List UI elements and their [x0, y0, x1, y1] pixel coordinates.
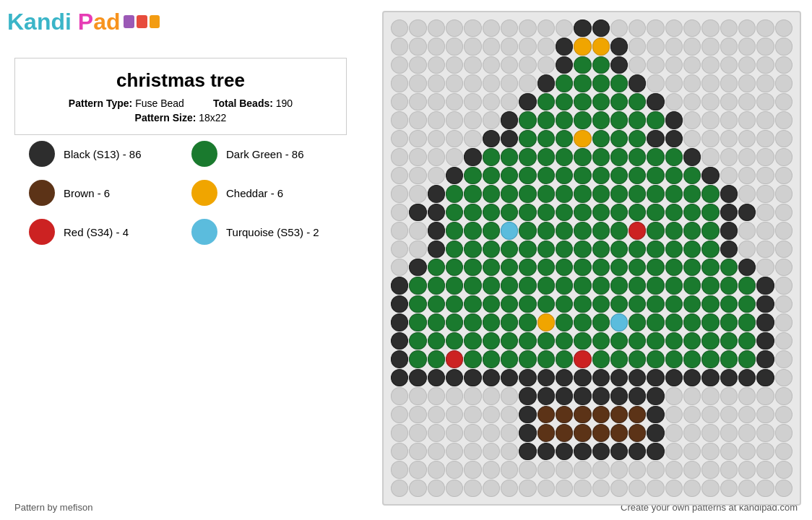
bead: [701, 222, 719, 239]
bead: [409, 93, 426, 110]
bead: [391, 148, 408, 165]
bead: [701, 480, 719, 497]
bead: [647, 240, 664, 258]
bead: [720, 443, 738, 460]
bead: [446, 93, 463, 110]
bead: [446, 167, 463, 184]
bead: [537, 148, 555, 165]
bead: [629, 295, 646, 313]
bead: [537, 222, 555, 239]
bead: [629, 56, 646, 74]
bead: [629, 424, 646, 441]
bead: [464, 350, 481, 368]
bead: [665, 38, 683, 55]
bead: [665, 185, 683, 202]
bead: [428, 167, 445, 184]
bead: [574, 204, 591, 221]
bead: [738, 277, 756, 294]
bead: [610, 204, 628, 221]
bead: [574, 56, 591, 74]
bead: [501, 148, 518, 165]
bead: [574, 424, 591, 441]
bead: [574, 387, 591, 404]
bead: [428, 480, 445, 497]
bead: [775, 111, 792, 129]
bead: [446, 480, 463, 497]
total-beads: Total Beads: 190: [213, 98, 293, 109]
bead: [519, 167, 536, 184]
bead: [428, 443, 445, 460]
bead: [409, 204, 426, 221]
bead: [665, 20, 683, 37]
bead: [775, 38, 792, 55]
bead: [409, 167, 426, 184]
bead: [537, 295, 555, 313]
bead: [775, 295, 792, 313]
bead: [701, 74, 719, 92]
bead: [665, 130, 683, 147]
bead: [446, 204, 463, 221]
bead: [428, 259, 445, 276]
bead: [409, 56, 426, 74]
bead: [775, 480, 792, 497]
bead: [720, 350, 738, 368]
bead: [446, 20, 463, 37]
bead: [483, 130, 500, 147]
bead: [391, 350, 408, 368]
bead: [683, 148, 701, 165]
bead: [720, 406, 738, 423]
bead: [756, 443, 774, 460]
bead: [556, 130, 573, 147]
color-label-brown: Brown - 6: [64, 187, 110, 199]
bead: [446, 240, 463, 258]
bead: [738, 74, 756, 92]
bead: [501, 424, 518, 441]
bead: [756, 20, 774, 37]
bead: [720, 295, 738, 313]
bead: [409, 222, 426, 239]
bead: [720, 111, 738, 129]
bead: [519, 295, 536, 313]
bead: [629, 20, 646, 37]
bead: [391, 259, 408, 276]
bead: [756, 167, 774, 184]
bead: [391, 74, 408, 92]
bead: [483, 369, 500, 386]
bead: [574, 480, 591, 497]
bead: [574, 111, 591, 129]
pattern-title: christmas tree: [30, 69, 332, 92]
bead: [756, 313, 774, 331]
bead: [464, 148, 481, 165]
bead: [701, 350, 719, 368]
bead: [629, 111, 646, 129]
bead: [483, 443, 500, 460]
color-item-red: Red (S34) - 4: [29, 219, 170, 245]
bead: [391, 20, 408, 37]
bead: [428, 38, 445, 55]
bead: [501, 461, 518, 478]
bead: [665, 277, 683, 294]
bead: [647, 20, 664, 37]
pattern-size-label: Pattern Size:: [135, 112, 196, 124]
bead: [501, 406, 518, 423]
bead: [574, 130, 591, 147]
bead: [756, 277, 774, 294]
bead: [738, 111, 756, 129]
color-swatch-cheddar: [191, 180, 217, 206]
bead: [592, 20, 610, 37]
bead: [756, 204, 774, 221]
bead: [701, 204, 719, 221]
bead: [775, 313, 792, 331]
bead: [556, 204, 573, 221]
bead: [391, 277, 408, 294]
bead: [409, 74, 426, 92]
bead: [483, 204, 500, 221]
bead: [556, 185, 573, 202]
bead: [775, 424, 792, 441]
bead: [519, 480, 536, 497]
bead: [501, 295, 518, 313]
bead: [556, 56, 573, 74]
bead: [537, 38, 555, 55]
bead: [428, 130, 445, 147]
bead: [592, 148, 610, 165]
